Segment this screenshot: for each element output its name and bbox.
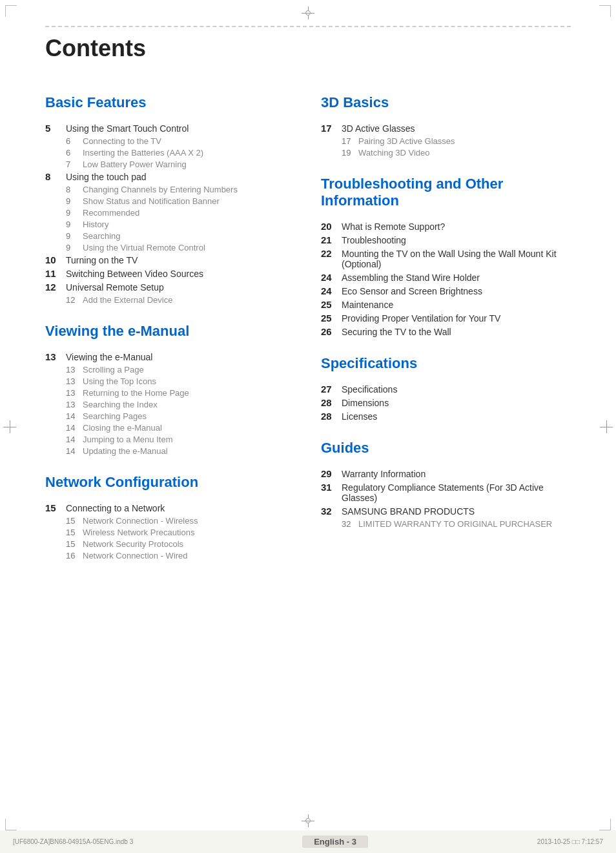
toc-sub-num: 15 — [66, 528, 83, 537]
toc-sub: 14Searching Pages — [45, 411, 295, 421]
toc-label: Providing Proper Ventilation for Your TV — [342, 313, 500, 324]
toc-sub-num: 15 — [66, 516, 83, 526]
toc-sub-num: 6 — [66, 136, 83, 146]
toc-sub: 15Network Security Protocols — [45, 539, 295, 549]
corner-mark-tr — [599, 5, 611, 17]
toc-sub: 13Returning to the Home Page — [45, 388, 295, 398]
toc-sub: 15Wireless Network Precautions — [45, 528, 295, 537]
toc-sub-label: LIMITED WARRANTY TO ORIGINAL PURCHASER — [358, 519, 552, 529]
toc-sub-num: 9 — [66, 243, 83, 252]
toc-label: Warranty Information — [342, 469, 426, 479]
toc-sub-label: Show Status and Notification Banner — [83, 196, 220, 206]
toc-sub-num: 6 — [66, 148, 83, 158]
toc-sub: 14Jumping to a Menu Item — [45, 435, 295, 444]
corner-mark-bl — [5, 819, 17, 830]
toc-num: 10 — [45, 254, 66, 265]
dashed-divider — [45, 26, 571, 27]
toc-num: 8 — [45, 171, 66, 182]
toc-entry: 26Securing the TV to the Wall — [321, 326, 571, 337]
toc-sub: 8Changing Channels by Entering Numbers — [45, 185, 295, 194]
toc-sub: 16Network Connection - Wired — [45, 551, 295, 560]
toc-sub-num: 9 — [66, 220, 83, 229]
toc-num: 11 — [45, 268, 66, 279]
toc-entry: 173D Active Glasses — [321, 123, 571, 134]
footer-center: English - 3 — [302, 836, 368, 848]
section-title: Network Configuration — [45, 474, 295, 491]
toc-num: 24 — [321, 272, 342, 283]
toc-sub-label: Inserting the Batteries (AAA X 2) — [83, 148, 203, 158]
toc-sub-label: Closing the e-Manual — [83, 423, 162, 433]
toc-sub-num: 7 — [66, 159, 83, 169]
toc-entry: 28Dimensions — [321, 397, 571, 408]
page-wrapper: Contents Basic Features5Using the Smart … — [0, 0, 616, 853]
right-crosshair — [600, 420, 613, 433]
toc-label: Specifications — [342, 384, 397, 395]
two-column-layout: Basic Features5Using the Smart Touch Con… — [45, 88, 571, 562]
toc-label: Securing the TV to the Wall — [342, 327, 451, 337]
toc-sub-label: Wireless Network Precautions — [83, 528, 194, 537]
toc-sub: 9Searching — [45, 231, 295, 241]
toc-num: 32 — [321, 506, 342, 517]
toc-label: 3D Active Glasses — [342, 123, 415, 134]
toc-sub-label: History — [83, 220, 108, 229]
toc-sub-label: Network Security Protocols — [83, 539, 183, 549]
page-title: Contents — [45, 35, 571, 62]
toc-sub-num: 15 — [66, 539, 83, 549]
toc-sub: 7Low Battery Power Warning — [45, 159, 295, 169]
toc-sub: 19Watching 3D Video — [321, 148, 571, 158]
toc-sub-num: 13 — [66, 388, 83, 398]
toc-label: Maintenance — [342, 300, 393, 310]
toc-sub: 14Updating the e-Manual — [45, 446, 295, 456]
toc-label: Dimensions — [342, 398, 389, 408]
section-title: Guides — [321, 440, 571, 457]
toc-sub: 13Scrolling a Page — [45, 365, 295, 375]
toc-sub: 14Closing the e-Manual — [45, 423, 295, 433]
toc-label: Viewing the e-Manual — [66, 352, 152, 362]
toc-sub-label: Recommended — [83, 208, 139, 218]
toc-sub-num: 16 — [66, 551, 83, 560]
footer: [UF6800-ZA]BN68-04915A-05ENG.indb 3 Engl… — [0, 830, 616, 853]
toc-entry: 25Providing Proper Ventilation for Your … — [321, 313, 571, 324]
toc-sub-num: 9 — [66, 208, 83, 218]
toc-sub-num: 9 — [66, 231, 83, 241]
toc-num: 5 — [45, 123, 66, 134]
section-title: Specifications — [321, 355, 571, 372]
toc-entry: 25Maintenance — [321, 299, 571, 310]
toc-sub-num: 12 — [66, 295, 83, 305]
toc-sub-label: Watching 3D Video — [358, 148, 430, 158]
toc-label: Assembling the Stand Wire Holder — [342, 272, 480, 283]
left-crosshair — [3, 420, 16, 433]
toc-sub: 9Recommended — [45, 208, 295, 218]
toc-sub-label: Connecting to the TV — [83, 136, 161, 146]
toc-num: 20 — [321, 221, 342, 232]
toc-sub-label: Pairing 3D Active Glasses — [358, 136, 455, 146]
corner-mark-tl — [5, 5, 17, 17]
toc-entry: 11Switching Between Video Sources — [45, 268, 295, 279]
toc-entry: 32SAMSUNG BRAND PRODUCTS — [321, 506, 571, 517]
toc-num: 27 — [321, 384, 342, 395]
top-crosshair — [302, 6, 314, 19]
toc-entry: 5Using the Smart Touch Control — [45, 123, 295, 134]
toc-num: 24 — [321, 285, 342, 296]
toc-num: 25 — [321, 313, 342, 324]
toc-num: 26 — [321, 326, 342, 337]
toc-num: 25 — [321, 299, 342, 310]
toc-num: 31 — [321, 482, 342, 493]
toc-sub-num: 8 — [66, 185, 83, 194]
toc-num: 29 — [321, 468, 342, 479]
toc-sub-num: 13 — [66, 400, 83, 409]
footer-left: [UF6800-ZA]BN68-04915A-05ENG.indb 3 — [13, 838, 133, 845]
toc-entry: 8Using the touch pad — [45, 171, 295, 182]
toc-sub-num: 14 — [66, 435, 83, 444]
bottom-crosshair — [302, 814, 314, 827]
main-content: Contents Basic Features5Using the Smart … — [0, 0, 616, 575]
toc-sub-label: Searching Pages — [83, 411, 147, 421]
toc-num: 28 — [321, 411, 342, 422]
toc-sub-num: 14 — [66, 411, 83, 421]
toc-label: Using the touch pad — [66, 172, 147, 182]
toc-sub-label: Add the External Device — [83, 295, 172, 305]
toc-label: Troubleshooting — [342, 235, 406, 245]
toc-num: 15 — [45, 502, 66, 513]
toc-sub-num: 19 — [342, 148, 358, 158]
toc-sub-label: Searching — [83, 231, 121, 241]
